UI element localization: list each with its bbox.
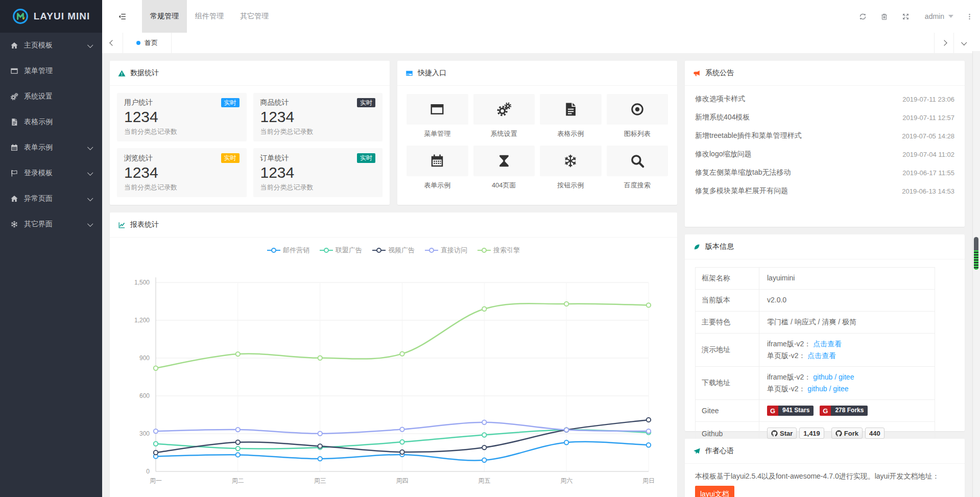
legend-item[interactable]: 直接访问 [425,246,467,255]
header-nav-item[interactable]: 常规管理 [142,0,187,33]
version-link[interactable]: gitee [833,385,848,393]
announcement-text[interactable]: 新增系统404模板 [695,113,750,122]
sidebar-item[interactable]: 异常页面 [0,186,102,211]
quick-entry-label: 菜单管理 [407,129,468,138]
stat-card-top: 浏览统计 实时 [124,153,240,162]
line-chart-icon [118,221,126,229]
quick-entry-item[interactable]: 表单示例 [407,146,468,190]
sidebar-item[interactable]: 表单示例 [0,135,102,160]
sidebar-item[interactable]: 菜单管理 [0,58,102,84]
quick-entry-icon-box[interactable] [407,146,468,176]
scrollbar-thumb[interactable] [974,237,978,270]
sidebar-item[interactable]: 系统设置 [0,84,102,109]
quick-entry-label: 百度搜索 [607,181,668,190]
stat-card-top: 订单统计 实时 [260,153,376,162]
legend-item[interactable]: 搜索引擎 [477,246,520,255]
legend-label: 直接访问 [441,246,467,255]
chevron-down-icon [961,40,967,45]
quick-entry-item[interactable]: 404页面 [473,146,535,190]
quick-entry-item[interactable]: 百度搜索 [607,146,668,190]
panel-title: 快捷入口 [418,68,446,78]
version-link[interactable]: github [813,373,832,381]
announcement-text[interactable]: 修复左侧菜单缩放tab无法移动 [695,168,791,177]
home-icon [10,41,18,50]
svg-text:600: 600 [139,392,150,399]
search-icon [630,153,645,169]
tab-home[interactable]: 首页 [123,33,172,53]
header-nav-label: 组件管理 [195,12,224,21]
quick-entry-item[interactable]: 按钮示例 [540,146,602,190]
quick-entry-item[interactable]: 菜单管理 [407,94,468,138]
flag-icon [10,169,18,177]
version-link[interactable]: 点击查看 [813,340,842,348]
quick-entry-icon-box[interactable] [607,94,668,125]
sidebar-item[interactable]: 登录模板 [0,160,102,186]
github-badge[interactable]: Star 1,419 [767,428,824,439]
cogs-icon [10,92,18,101]
tab-active-dot [136,41,140,45]
quick-entry-item[interactable]: 表格示例 [540,94,602,138]
calendar-icon [10,144,18,152]
sidebar-toggle-button[interactable] [102,0,142,33]
quick-entry-item[interactable]: 图标列表 [607,94,668,138]
version-table-row: 演示地址 iframe版-v2： 点击查看单页版-v2： 点击查看 [696,334,935,367]
version-link[interactable]: gitee [839,373,854,381]
user-menu[interactable]: admin [917,12,962,20]
fullscreen-button[interactable] [895,0,917,33]
github-action[interactable]: Fork [831,428,863,439]
more-menu-button[interactable] [962,0,977,33]
app-logo[interactable]: LAYUI MINI [0,0,102,33]
quick-entry-item[interactable]: 系统设置 [473,94,535,138]
window-icon [10,67,18,75]
announcement-text[interactable]: 修复多模块菜单栏展开有问题 [695,186,788,196]
stat-card-desc: 当前分类总记录数 [124,127,240,136]
refresh-button[interactable] [852,0,874,33]
vertical-scrollbar[interactable] [972,51,980,497]
announcement-text[interactable]: 修改选项卡样式 [695,94,745,104]
quick-entry-icon-box[interactable] [607,146,668,176]
tab-operations-button[interactable] [953,33,973,53]
header-nav-label: 其它管理 [240,12,269,21]
announcement-text[interactable]: 新增treetable插件和菜单管理样式 [695,131,801,140]
clear-cache-button[interactable] [874,0,895,33]
legend-item[interactable]: 视频广告 [372,246,415,255]
github-badge[interactable]: Fork 440 [831,428,885,439]
version-link[interactable]: github [807,385,827,393]
legend-item[interactable]: 联盟广告 [320,246,362,255]
layui-doc-button[interactable]: layui文档 [695,486,734,497]
header-nav-item[interactable]: 组件管理 [187,0,232,33]
sidebar-item[interactable]: 表格示例 [0,109,102,135]
legend-marker-icon [320,247,333,253]
sidebar-item[interactable]: 主页模板 [0,33,102,58]
version-table-row: 下载地址 iframe版-v2： github / gitee单页版-v2： g… [696,367,935,400]
header-nav-item[interactable]: 其它管理 [232,0,277,33]
version-table-row: 框架名称 layuimini [696,268,935,290]
chevron-down-icon [87,170,93,176]
stat-card-value: 1234 [260,163,376,182]
version-value: 零门槛 / 响应式 / 清爽 / 极简 [767,318,856,326]
github-action[interactable]: Star [767,428,797,439]
quick-entry-icon-box[interactable] [473,146,535,176]
trash-icon [880,13,888,20]
quick-entry-icon-box[interactable] [407,94,468,125]
sidebar-item-label: 表格示例 [24,117,92,127]
announcement-text[interactable]: 修改logo缩放问题 [695,150,751,159]
sidebar-item[interactable]: 其它界面 [0,211,102,237]
tab-scroll-right-button[interactable] [934,33,953,53]
tab-scroll-left-button[interactable] [102,33,123,53]
quick-entry-icon-box[interactable] [540,94,602,125]
chevron-right-icon [941,40,947,45]
version-link[interactable]: 点击查看 [807,351,836,360]
version-info-panel: 版本信息 框架名称 layuimini当前版本 v2.0.0主要特色 零门槛 /… [685,234,965,431]
gitee-badge[interactable]: G 278 Forks [820,406,868,416]
version-link-line: 单页版-v2： 点击查看 [767,350,927,362]
gitee-badge[interactable]: G 941 Stars [767,406,814,416]
quick-entry-icon-box[interactable] [473,94,535,125]
quick-entry-label: 404页面 [473,181,535,190]
github-count: 1,419 [799,428,824,439]
stat-card-desc: 当前分类总记录数 [260,183,376,192]
version-link-line: iframe版-v2： 点击查看 [767,338,927,350]
legend-item[interactable]: 邮件营销 [267,246,309,255]
svg-text:1,200: 1,200 [134,317,150,324]
quick-entry-icon-box[interactable] [540,146,602,176]
